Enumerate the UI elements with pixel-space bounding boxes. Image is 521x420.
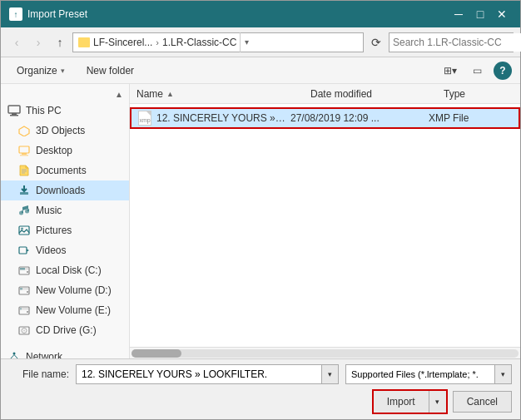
import-preset-dialog: ↑ Import Preset ─ □ ✕ ‹ › ↑ LF-Sincerel.… — [0, 0, 521, 420]
pictures-icon — [17, 224, 31, 237]
music-icon — [17, 204, 31, 217]
svg-rect-5 — [20, 155, 28, 156]
sidebar-item-label: Music — [36, 205, 62, 216]
sidebar-item-label: New Volume (D:) — [36, 284, 112, 296]
organize-label: Organize — [17, 65, 57, 77]
column-header-name[interactable]: Name ▲ — [130, 84, 304, 103]
view-toggle-button[interactable]: ⊞▾ — [440, 61, 460, 81]
disk-c-icon — [17, 264, 31, 277]
sidebar-item-label: Pictures — [36, 225, 72, 236]
action-buttons: Import ▾ Cancel — [9, 389, 512, 414]
sidebar-item-music[interactable]: Music — [1, 200, 129, 220]
cancel-button[interactable]: Cancel — [453, 391, 512, 413]
svg-rect-2 — [10, 115, 18, 116]
sidebar-item-label: CD Drive (G:) — [36, 324, 97, 336]
svg-rect-4 — [22, 153, 27, 155]
videos-icon — [17, 244, 31, 257]
back-button[interactable]: ‹ — [7, 33, 26, 52]
filetype-dropdown-button[interactable]: ▾ — [495, 364, 512, 384]
svg-rect-30 — [20, 308, 22, 310]
svg-rect-22 — [20, 268, 25, 270]
sidebar-item-downloads[interactable]: Downloads — [1, 180, 129, 200]
scrollbar-thumb[interactable] — [131, 349, 181, 358]
sidebar-item-cd-drive-g[interactable]: CD Drive (G:) — [1, 320, 129, 340]
close-button[interactable]: ✕ — [492, 6, 512, 22]
file-date: 27/08/2019 12:09 ... — [290, 112, 424, 124]
filetype-input — [345, 364, 495, 384]
disk-d-icon — [17, 284, 31, 297]
svg-point-31 — [27, 311, 28, 313]
downloads-icon — [17, 184, 31, 197]
sidebar-item-label: Documents — [36, 165, 87, 176]
search-box: 🔍 — [389, 32, 514, 52]
breadcrumb-bar: LF-Sincerel... › 1.LR-Classic-CC ▾ — [72, 32, 364, 52]
network-icon — [7, 350, 21, 358]
file-list-content: xmp 12. SINCERELY YOURS » LOOKFILTER.xmp… — [130, 104, 520, 347]
file-type: XMP File — [429, 112, 512, 124]
svg-rect-26 — [20, 288, 22, 290]
file-name-label: File name: — [9, 368, 69, 380]
column-header-date[interactable]: Date modified — [304, 84, 437, 103]
table-row[interactable]: xmp 12. SINCERELY YOURS » LOOKFILTER.xmp… — [130, 107, 520, 129]
file-area: Name ▲ Date modified Type xmp 12. SINCER… — [130, 84, 520, 358]
new-folder-label: New folder — [87, 65, 134, 77]
import-button-wrap: Import ▾ — [372, 389, 448, 414]
file-name: 12. SINCERELY YOURS » LOOKFILTER.xmp — [156, 112, 285, 124]
layout-button[interactable]: ▭ — [467, 61, 487, 81]
breadcrumb-sep: › — [156, 37, 159, 47]
breadcrumb-folder-icon — [78, 37, 90, 47]
svg-marker-19 — [27, 250, 29, 252]
sort-arrow-icon: ▲ — [166, 90, 174, 98]
breadcrumb-dropdown-button[interactable]: ▾ — [240, 32, 253, 52]
import-split-button[interactable]: ▾ — [429, 391, 446, 413]
breadcrumb-lf: LF-Sincerel... — [93, 37, 152, 48]
maximize-button[interactable]: □ — [470, 6, 490, 22]
forward-button[interactable]: › — [29, 33, 47, 52]
filename-dropdown-button[interactable]: ▾ — [322, 364, 339, 384]
minimize-button[interactable]: ─ — [449, 6, 469, 22]
main-content: ▲ This PC 3D Objects — [1, 84, 520, 358]
sidebar-item-this-pc[interactable]: This PC — [1, 101, 129, 121]
sidebar-item-label: Desktop — [36, 145, 72, 156]
up-button[interactable]: ↑ — [51, 33, 69, 52]
svg-rect-18 — [19, 247, 27, 254]
desktop-icon — [17, 144, 31, 157]
view-toggle-icon: ⊞▾ — [444, 65, 457, 77]
search-input[interactable] — [390, 33, 521, 52]
organize-button[interactable]: Organize ▾ — [9, 61, 72, 81]
column-date-label: Date modified — [310, 88, 372, 100]
toolbar: Organize ▾ New folder ⊞▾ ▭ ? — [1, 57, 520, 84]
filetype-select-wrap: ▾ — [345, 364, 512, 384]
documents-icon — [17, 164, 31, 177]
sidebar-item-videos[interactable]: Videos — [1, 240, 129, 260]
sidebar-item-label: Videos — [36, 245, 66, 256]
sidebar-scroll-up[interactable]: ▲ — [112, 87, 126, 101]
help-button[interactable]: ? — [494, 62, 512, 80]
filename-input-wrap: ▾ — [76, 364, 339, 384]
sidebar-item-local-disk-c[interactable]: Local Disk (C:) — [1, 260, 129, 280]
sidebar-item-network[interactable]: Network — [1, 347, 129, 358]
sidebar-item-new-volume-e[interactable]: New Volume (E:) — [1, 300, 129, 320]
new-folder-button[interactable]: New folder — [79, 61, 141, 81]
xmp-file-icon: xmp — [138, 111, 151, 126]
title-bar-left: ↑ Import Preset — [9, 7, 87, 21]
sidebar-item-label: 3D Objects — [36, 125, 85, 136]
horizontal-scrollbar[interactable] — [130, 347, 520, 358]
breadcrumb-current: 1.LR-Classic-CC — [162, 37, 236, 48]
sidebar-item-label: This PC — [26, 105, 62, 116]
sidebar-item-3d-objects[interactable]: 3D Objects — [1, 121, 129, 141]
import-button[interactable]: Import — [374, 391, 429, 413]
svg-rect-3 — [19, 146, 29, 153]
sidebar-item-desktop[interactable]: Desktop — [1, 141, 129, 161]
layout-icon: ▭ — [473, 65, 482, 77]
refresh-button[interactable]: ⟳ — [367, 33, 385, 52]
organize-chevron-icon: ▾ — [61, 67, 65, 75]
filename-input[interactable] — [76, 364, 322, 384]
cd-drive-icon — [17, 324, 31, 337]
sidebar-item-pictures[interactable]: Pictures — [1, 220, 129, 240]
sidebar-item-new-volume-d[interactable]: New Volume (D:) — [1, 280, 129, 300]
nav-bar: ‹ › ↑ LF-Sincerel... › 1.LR-Classic-CC ▾… — [1, 27, 520, 57]
sidebar-item-documents[interactable]: Documents — [1, 161, 129, 180]
column-header-type[interactable]: Type — [437, 84, 520, 103]
title-icon: ↑ — [9, 7, 22, 21]
